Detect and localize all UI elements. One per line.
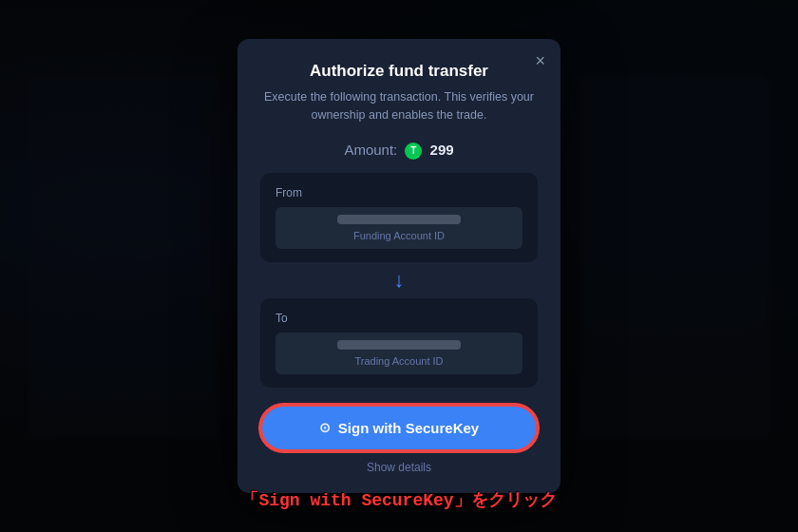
from-box: From Funding Account ID xyxy=(260,173,538,262)
from-account-block: Funding Account ID xyxy=(276,207,522,249)
authorize-modal: × Authorize fund transfer Execute the fo… xyxy=(238,39,560,493)
from-label: From xyxy=(276,186,522,200)
to-box: To Trading Account ID xyxy=(260,298,538,388)
amount-row: Amount: T 299 xyxy=(260,142,538,160)
sign-button[interactable]: ⊙ Sign with SecureKey xyxy=(260,405,538,451)
arrow-down-icon: ↓ xyxy=(260,270,538,291)
to-account-block: Trading Account ID xyxy=(276,332,522,374)
amount-value: 299 xyxy=(430,142,454,158)
to-label: To xyxy=(276,312,522,325)
modal-title: Authorize fund transfer xyxy=(260,62,538,81)
to-account-id-label: Trading Account ID xyxy=(287,355,511,367)
sign-button-label: Sign with SecureKey xyxy=(338,420,479,436)
modal-subtitle: Execute the following transaction. This … xyxy=(260,88,538,124)
amount-label: Amount: xyxy=(344,142,397,158)
close-button[interactable]: × xyxy=(535,52,545,69)
to-account-id-blur xyxy=(337,340,461,350)
token-icon: T xyxy=(405,142,422,160)
show-details-link[interactable]: Show details xyxy=(260,461,538,474)
from-account-id-blur xyxy=(337,215,461,224)
from-account-id-label: Funding Account ID xyxy=(287,230,511,241)
annotation-text: 「Sign with SecureKey」をクリック xyxy=(0,488,798,511)
key-icon: ⊙ xyxy=(319,420,331,435)
